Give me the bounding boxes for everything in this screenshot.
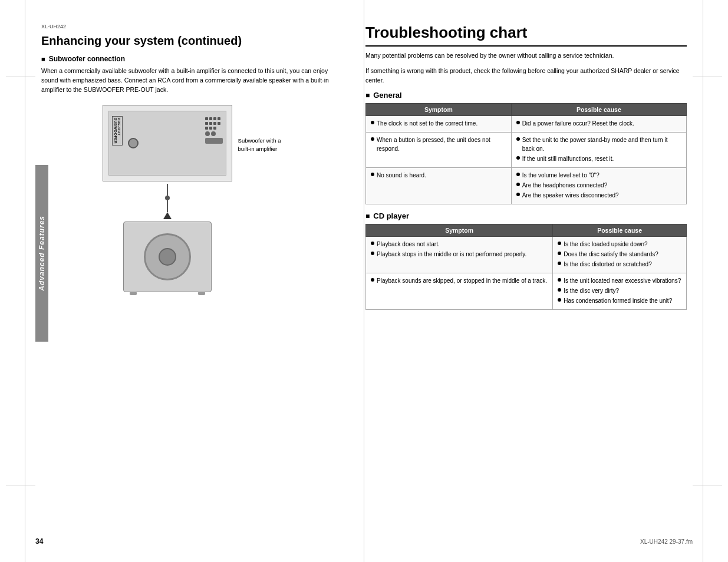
cause-cell: Is the unit located near excessive vibra… — [553, 273, 687, 310]
general-section-header: General — [365, 91, 687, 100]
symptom-cell: The clock is not set to the correct time… — [366, 116, 512, 133]
right-margin — [693, 0, 728, 562]
cd-col-cause: Possible cause — [553, 224, 687, 237]
general-col-symptom: Symptom — [366, 104, 512, 116]
page-footer: 34 XL-UH242 29-37.fm — [0, 533, 728, 550]
left-margin — [0, 0, 35, 562]
right-column: Troubleshooting chart Many potential pro… — [354, 24, 693, 550]
amp-back-panel: SUBWOOFERPRE-OUT — [103, 105, 232, 181]
subwoofer-label: Subwoofer with a built-in amplifier — [238, 134, 281, 153]
subwoofer-body-text: When a commercially available subwoofer … — [41, 67, 342, 94]
center-divider — [364, 0, 364, 562]
table-row: When a button is pressed, the unit does … — [366, 133, 687, 168]
cause-cell: Did a power failure occur? Reset the clo… — [511, 116, 686, 133]
table-row: Playback does not start. Playback stops … — [366, 237, 687, 273]
table-row: The clock is not set to the correct time… — [366, 116, 687, 133]
table-row: No sound is heard. Is the volume level s… — [366, 168, 687, 204]
cause-cell: Is the disc loaded upside down? Does the… — [553, 237, 687, 273]
table-row: Playback sounds are skipped, or stopped … — [366, 273, 687, 310]
cd-player-section-header: CD player — [365, 211, 687, 220]
symptom-cell: When a button is pressed, the unit does … — [366, 133, 512, 168]
general-col-cause: Possible cause — [511, 104, 686, 116]
speaker-box — [123, 222, 212, 292]
symptom-cell: Playback sounds are skipped, or stopped … — [366, 273, 553, 310]
model-number: XL-UH242 — [41, 24, 66, 29]
cd-col-symptom: Symptom — [366, 224, 553, 237]
symptom-cell: No sound is heard. — [366, 168, 512, 204]
subsection-title: Subwoofer connection — [41, 55, 342, 63]
cause-cell: Is the volume level set to "0"? Are the … — [511, 168, 686, 204]
left-column: XL-UH242 Enhancing your system (continue… — [35, 24, 354, 550]
intro-text-1: Many potential problems can be resolved … — [365, 51, 687, 61]
subwoofer-diagram: SUBWOOFERPRE-OUT — [41, 100, 342, 295]
intro-text-2: If something is wrong with this product,… — [365, 67, 687, 85]
main-title: Troubleshooting chart — [365, 24, 687, 47]
footer-filename: XL-UH242 29-37.fm — [640, 538, 693, 545]
cd-player-table: Symptom Possible cause Playback does not… — [365, 224, 687, 310]
general-table: Symptom Possible cause The clock is not … — [365, 103, 687, 204]
page-number: 34 — [35, 537, 43, 546]
left-section-title: Enhancing your system (continued) — [41, 34, 342, 48]
symptom-cell: Playback does not start. Playback stops … — [366, 237, 553, 273]
cause-cell: Set the unit to the power stand-by mode … — [511, 133, 686, 168]
